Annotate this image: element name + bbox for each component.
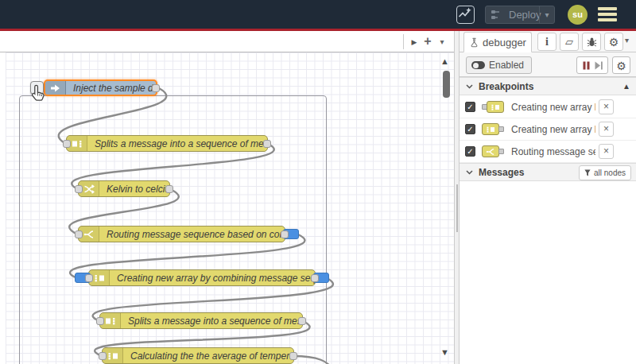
user-avatar[interactable]: su: [568, 5, 588, 25]
output-port[interactable]: [263, 140, 271, 148]
output-port[interactable]: [152, 84, 160, 92]
mouse-pointer-cursor: [31, 84, 45, 105]
breakpoints-title: Breakpoints: [479, 81, 533, 92]
output-port[interactable]: [311, 274, 319, 282]
node-label: Splits a message into a sequence of mess…: [87, 138, 267, 149]
input-port[interactable]: [75, 185, 83, 193]
deploy-label: Deploy: [509, 9, 541, 21]
node-red-editor: Deploy ▾ su ▶ + ▾: [0, 0, 636, 364]
breakpoint-checkbox-checked[interactable]: ✓: [465, 102, 475, 112]
input-port[interactable]: [63, 140, 71, 148]
canvas-scroll-up-arrow[interactable]: ▲: [440, 56, 449, 66]
output-port[interactable]: [165, 185, 173, 193]
gear-icon: ⚙: [609, 36, 619, 48]
tab-debugger-label: debugger: [483, 37, 526, 48]
list-scroll-up-arrow[interactable]: ▲: [622, 82, 630, 91]
sidebar-tabs-caret[interactable]: ▾: [625, 36, 629, 45]
node-label: Calculating the the average of temperatu…: [123, 350, 293, 362]
breakpoints-section-header[interactable]: Breakpoints ▲: [460, 77, 636, 95]
triangle-right-icon: ▶: [412, 38, 417, 46]
chart-sparkle-icon: [457, 6, 473, 22]
node-label: Routing message sequence based on condit…: [99, 229, 285, 240]
messages-section-header[interactable]: Messages all nodes: [460, 163, 636, 181]
bug-icon: [587, 37, 597, 48]
book-icon: ▱: [565, 36, 573, 48]
info-button[interactable]: i: [537, 33, 556, 51]
debug-button[interactable]: [582, 33, 601, 51]
join-node-input-icon: [482, 101, 504, 113]
sidebar: debugger i ▱ ⚙ ▾ Enabled: [460, 31, 636, 364]
flow-workspace: ▶ + ▾ Inject the sample data: [0, 31, 454, 364]
input-port[interactable]: [99, 352, 107, 360]
breakpoint-label: Routing message sequence based on condit…: [511, 146, 595, 157]
chevron-down-icon: [466, 84, 473, 89]
input-port[interactable]: [85, 274, 93, 282]
filter-funnel-icon: [584, 169, 591, 176]
remove-breakpoint-button[interactable]: ×: [599, 144, 614, 159]
node-label: Creating new array by combining message …: [110, 273, 315, 284]
canvas-scroll-down-arrow[interactable]: ▼: [440, 347, 449, 357]
flask-icon: [470, 37, 479, 48]
breakpoint-checkbox-checked[interactable]: ✓: [465, 124, 475, 134]
output-port[interactable]: [289, 352, 297, 360]
breakpoint-row[interactable]: ✓ Routing message sequence based on cond…: [460, 141, 636, 163]
docs-button[interactable]: ▱: [560, 33, 579, 51]
enabled-label: Enabled: [489, 60, 524, 71]
remove-breakpoint-button[interactable]: ×: [599, 99, 614, 114]
main-menu-button[interactable]: [598, 7, 617, 21]
message-filter-button[interactable]: all nodes: [579, 165, 631, 180]
tab-scroll-right-button[interactable]: ▶: [407, 33, 421, 49]
chevron-down-icon: ▾: [440, 37, 444, 46]
pause-icon: [583, 61, 590, 70]
output-port[interactable]: [281, 230, 289, 238]
breakpoint-checkbox-checked[interactable]: ✓: [465, 146, 475, 157]
node-inject[interactable]: Inject the sample data: [44, 79, 157, 96]
output-port[interactable]: [298, 317, 306, 325]
node-join-1[interactable]: Creating new array by combining message …: [88, 269, 316, 286]
sidebar-separator[interactable]: [454, 31, 460, 364]
breakpoint-label: Creating new array by combining message …: [511, 102, 595, 113]
chevron-down-icon: ▾: [625, 36, 629, 45]
deploy-icon: [491, 10, 504, 20]
filter-label: all nodes: [594, 168, 626, 177]
assistant-button[interactable]: [456, 6, 475, 24]
step-icon: [595, 61, 603, 70]
node-change[interactable]: Kelvin to celcius: [78, 180, 170, 197]
toggle-on-icon: [471, 61, 485, 69]
input-port[interactable]: [75, 230, 83, 238]
breakpoint-row[interactable]: ✓ Creating new array by combining messag…: [460, 96, 636, 118]
deploy-options-caret[interactable]: ▾: [539, 6, 554, 23]
breakpoint-row[interactable]: ✓ Creating new array by combining messag…: [460, 118, 636, 141]
gear-icon: ⚙: [616, 60, 626, 72]
canvas-scrollbar-thumb[interactable]: [443, 71, 450, 98]
pause-step-buttons[interactable]: [576, 56, 608, 74]
node-switch[interactable]: Routing message sequence based on condit…: [78, 226, 285, 242]
chevron-down-icon: ▾: [545, 10, 549, 19]
add-flow-button[interactable]: +: [421, 33, 435, 49]
debugger-enabled-toggle[interactable]: Enabled: [466, 56, 532, 74]
header-accent-line: [0, 29, 636, 31]
tab-debugger[interactable]: debugger: [463, 32, 532, 52]
triangle-up-icon: ▲: [622, 82, 630, 91]
chevron-down-icon: [466, 170, 473, 175]
settings-button[interactable]: ⚙: [604, 33, 623, 51]
node-split-2[interactable]: Splits a message into a sequence of mess…: [99, 312, 303, 329]
debugger-settings-button[interactable]: ⚙: [612, 56, 630, 74]
node-split-1[interactable]: Splits a message into a sequence of mess…: [66, 135, 268, 152]
close-icon: ×: [603, 123, 609, 134]
input-port[interactable]: [96, 317, 104, 325]
close-icon: ×: [603, 101, 609, 112]
messages-title: Messages: [479, 167, 524, 178]
info-icon: i: [545, 36, 549, 48]
node-label: Kelvin to celcius: [99, 184, 169, 195]
hamburger-icon: [598, 7, 617, 10]
node-join-2[interactable]: Calculating the the average of temperatu…: [102, 347, 294, 364]
close-icon: ×: [603, 145, 609, 157]
deploy-button[interactable]: Deploy ▾: [485, 6, 555, 24]
triangle-up-icon: ▲: [440, 56, 449, 66]
debugger-toolbar: Enabled ⚙: [460, 52, 636, 77]
flow-list-button[interactable]: ▾: [435, 33, 449, 49]
remove-breakpoint-button[interactable]: ×: [599, 122, 614, 137]
sidebar-tabbar: debugger i ▱ ⚙ ▾: [460, 31, 636, 52]
inject-icon: [45, 81, 66, 95]
